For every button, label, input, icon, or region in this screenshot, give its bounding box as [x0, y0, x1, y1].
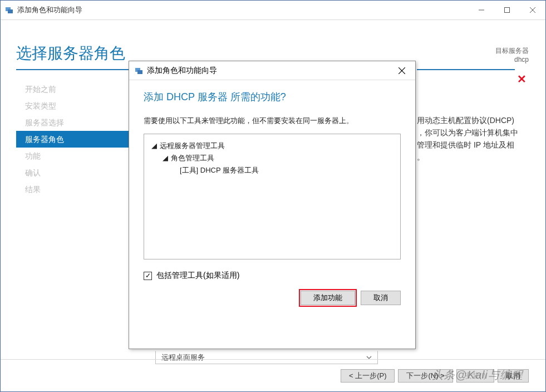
sidebar-item-server-roles[interactable]: 服务器角色 — [16, 131, 129, 148]
target-server-value: dhcp — [495, 56, 529, 63]
svg-rect-3 — [505, 8, 510, 13]
sidebar-item-results[interactable]: 结果 — [16, 181, 129, 198]
target-server-label: 目标服务器 — [495, 46, 529, 56]
tree-node-remote-admin[interactable]: ◢ 远程服务器管理工具 — [151, 140, 393, 152]
cancel-button[interactable]: 取消 — [498, 369, 529, 383]
add-features-dialog: 添加角色和功能向导 添加 DHCP 服务器 所需的功能? 需要使用以下工具来管理… — [129, 61, 416, 349]
include-tools-label: 包括管理工具(如果适用) — [156, 271, 239, 281]
include-tools-checkbox-row[interactable]: ✓ 包括管理工具(如果适用) — [144, 271, 401, 281]
svg-rect-1 — [8, 9, 13, 13]
maximize-button[interactable] — [494, 2, 520, 18]
next-button[interactable]: 下一步(N) > — [398, 369, 452, 383]
sidebar-item-confirm[interactable]: 确认 — [16, 164, 129, 181]
sidebar-nav: 开始之前 安装类型 服务器选择 服务器角色 功能 确认 结果 — [16, 81, 129, 198]
dialog-cancel-button[interactable]: 取消 — [361, 291, 401, 305]
dialog-icon — [135, 66, 144, 75]
wizard-button-bar: < 上一步(P) 下一步(N) > 安装(I) 取消 — [1, 359, 545, 391]
dialog-title-text: 添加角色和功能向导 — [147, 66, 217, 76]
progress-line-right — [417, 69, 515, 70]
dialog-description: 需要使用以下工具来管理此功能，但不需要安装在同一服务器上。 — [144, 116, 401, 126]
svg-rect-7 — [137, 70, 142, 74]
main-window: 添加角色和功能向导 选择服务器角色 目标服务器 dhcp ✕ 开始之前 安装类型… — [0, 0, 546, 392]
desc-line4: 。 — [417, 151, 531, 163]
sidebar-item-server-select[interactable]: 服务器选择 — [16, 114, 129, 131]
dialog-button-row: 添加功能 取消 — [144, 291, 401, 305]
close-button[interactable] — [520, 2, 545, 18]
install-button: 安装(I) — [456, 369, 494, 383]
desc-line1: 用动态主机配置协议(DHCP) — [417, 114, 531, 126]
desc-line3: 管理和提供临时 IP 地址及相 — [417, 139, 531, 151]
tree-node-role-admin[interactable]: ◢ 角色管理工具 — [151, 152, 393, 164]
page-title: 选择服务器角色 — [16, 43, 125, 64]
role-description: 用动态主机配置协议(DHCP) ，你可以为客户端计算机集中 管理和提供临时 IP… — [417, 114, 531, 163]
dialog-body: 添加 DHCP 服务器 所需的功能? 需要使用以下工具来管理此功能，但不需要安装… — [129, 80, 415, 311]
progress-line-left — [16, 69, 129, 70]
sidebar-item-install-type[interactable]: 安装类型 — [16, 97, 129, 114]
desc-line2: ，你可以为客户端计算机集中 — [417, 126, 531, 139]
feature-tree: ◢ 远程服务器管理工具 ◢ 角色管理工具 [工具] DHCP 服务器工具 — [144, 134, 401, 259]
sidebar-item-features[interactable]: 功能 — [16, 148, 129, 164]
sidebar-item-before[interactable]: 开始之前 — [16, 81, 129, 97]
window-title: 添加角色和功能向导 — [17, 5, 469, 15]
close-icon[interactable]: ✕ — [517, 72, 527, 86]
tree-node-dhcp-tool[interactable]: [工具] DHCP 服务器工具 — [151, 164, 393, 177]
dialog-titlebar: 添加角色和功能向导 — [129, 61, 415, 80]
dialog-close-button[interactable] — [391, 62, 413, 79]
window-controls — [469, 2, 545, 18]
add-features-button[interactable]: 添加功能 — [301, 291, 355, 305]
app-icon — [5, 6, 14, 14]
prev-button[interactable]: < 上一步(P) — [341, 369, 395, 383]
minimize-button[interactable] — [469, 2, 494, 18]
content-area: 选择服务器角色 目标服务器 dhcp ✕ 开始之前 安装类型 服务器选择 服务器… — [1, 19, 545, 391]
include-tools-checkbox[interactable]: ✓ — [144, 272, 152, 280]
dialog-heading: 添加 DHCP 服务器 所需的功能? — [144, 90, 401, 104]
titlebar: 添加角色和功能向导 — [1, 1, 545, 19]
target-server-info: 目标服务器 dhcp — [495, 46, 529, 63]
